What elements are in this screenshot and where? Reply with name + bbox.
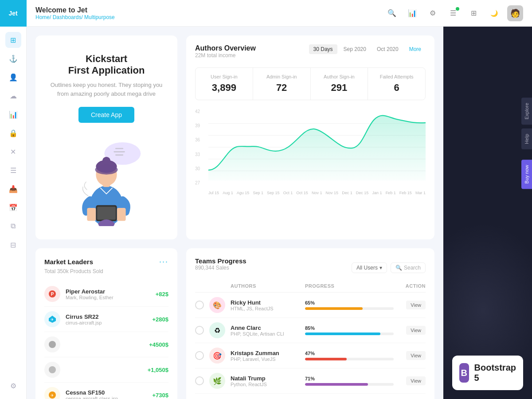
sidebar-item-user[interactable]: 👤 bbox=[5, 69, 21, 85]
teams-progress-card: Teams Progress 890,344 Sales All Users ▾… bbox=[186, 248, 434, 399]
anne-view-button[interactable]: View bbox=[406, 326, 426, 335]
period-tab-more[interactable]: More bbox=[405, 44, 426, 54]
svg-point-9 bbox=[95, 165, 118, 175]
search-box[interactable]: 🔍 Search bbox=[391, 262, 426, 273]
sidebar-item-settings[interactable]: ⚙ bbox=[5, 378, 21, 394]
ricky-avatar: 🎨 bbox=[209, 297, 225, 313]
anne-avatar: ♻ bbox=[209, 322, 225, 338]
market-item-3: +4500$ bbox=[44, 332, 168, 357]
natali-progress: 71% bbox=[305, 376, 394, 386]
ricky-info: Ricky Hunt HTML, JS, ReactJS bbox=[231, 299, 300, 311]
th-progress: Progress bbox=[305, 283, 394, 289]
natali-info: Natali Trump Python, ReactJS bbox=[231, 375, 300, 387]
kristaps-view-button[interactable]: View bbox=[406, 351, 426, 360]
stat-value-user: 3,899 bbox=[203, 82, 246, 94]
bottom-row: Market Leaders ··· Total 350k Products S… bbox=[35, 248, 434, 399]
buynow-tab[interactable]: Buy now bbox=[521, 160, 532, 189]
top-row: Kickstart First Application Outlines kee… bbox=[35, 35, 434, 239]
period-tab-30days[interactable]: 30 Days bbox=[309, 44, 337, 54]
kristaps-avatar: 🎯 bbox=[209, 348, 225, 364]
sidebar-item-anchor[interactable]: ⚓ bbox=[5, 51, 21, 66]
sidebar-item-calendar[interactable]: 📅 bbox=[5, 200, 21, 215]
svg-point-10 bbox=[102, 157, 110, 165]
teams-table-header: Authors Progress Action bbox=[195, 280, 426, 293]
anne-progress: 85% bbox=[305, 325, 394, 335]
kristaps-name: Kristaps Zumman bbox=[231, 350, 300, 356]
cessna-name: Cessna SF150 bbox=[66, 389, 147, 396]
cirrus-value: +280$ bbox=[152, 316, 168, 323]
header-actions: 🔍 📊 ⚙ ☰ ⊞ 🌙 🧑 bbox=[385, 5, 523, 21]
ricky-checkbox[interactable] bbox=[195, 301, 204, 309]
svg-text:✈: ✈ bbox=[51, 317, 54, 322]
stat-value-failed: 6 bbox=[375, 82, 418, 94]
right-panel: Explore Help Buy now B Bootstrap 5 bbox=[443, 27, 532, 399]
period-tabs: 30 Days Sep 2020 Oct 2020 More bbox=[309, 44, 426, 54]
cessna-info: Cessna SF150 cessna-aircraft-class.jsp bbox=[66, 389, 147, 399]
all-users-filter[interactable]: All Users ▾ bbox=[352, 262, 387, 273]
natali-view-button[interactable]: View bbox=[406, 376, 426, 385]
period-tab-oct[interactable]: Oct 2020 bbox=[372, 44, 403, 54]
chart-area: 42 39 36 33 30 27 bbox=[195, 107, 426, 196]
anne-name: Anne Clarc bbox=[231, 325, 300, 331]
page-title: Welcome to Jet bbox=[35, 6, 379, 14]
stat-admin-signin: Admin Sign-in 72 bbox=[253, 68, 311, 100]
kickstart-description: Outlines keep you honest. They stoping y… bbox=[44, 81, 168, 98]
stat-value-author: 291 bbox=[318, 82, 361, 94]
kristaps-checkbox[interactable] bbox=[195, 351, 204, 360]
sidebar-item-grid[interactable]: ⊞ bbox=[5, 32, 21, 48]
search-icon: 🔍 bbox=[395, 265, 402, 271]
sidebar-item-layers[interactable]: ⧉ bbox=[5, 218, 21, 234]
svg-text:P: P bbox=[51, 292, 54, 297]
cirrus-logo: ✈ bbox=[44, 311, 60, 327]
help-tab[interactable]: Help bbox=[521, 129, 532, 149]
create-app-button[interactable]: Create App bbox=[78, 107, 134, 123]
stat-label-failed: Failed Attempts bbox=[375, 74, 418, 79]
anne-action: View bbox=[399, 326, 426, 335]
dark-mode-icon[interactable]: 🌙 bbox=[487, 6, 501, 20]
settings-icon[interactable]: ⚙ bbox=[426, 6, 440, 20]
svg-rect-4 bbox=[115, 154, 123, 156]
ricky-view-button[interactable]: View bbox=[406, 301, 426, 309]
piper-info: Piper Aerostar Mark, Rowling, Esther bbox=[66, 288, 150, 300]
x-axis-labels: Jul 15 Aug 1 Agu 15 Sep 1 Sep 15 Oct 1 O… bbox=[195, 191, 426, 195]
analytics-icon[interactable]: 📊 bbox=[405, 6, 419, 20]
bootstrap-badge: B Bootstrap 5 bbox=[452, 356, 523, 390]
explore-tab[interactable]: Explore bbox=[521, 98, 532, 125]
teams-controls: All Users ▾ 🔍 Search bbox=[352, 262, 426, 273]
sidebar-item-menu[interactable]: ☰ bbox=[5, 162, 21, 178]
anne-tech: PHP, SQLite, Artisan CLI bbox=[231, 331, 300, 336]
stats-row: User Sign-in 3,899 Admin Sign-in 72 Auth… bbox=[195, 67, 426, 100]
natali-checkbox[interactable] bbox=[195, 376, 204, 385]
market-options-icon[interactable]: ··· bbox=[159, 257, 168, 266]
kristaps-progress-fill bbox=[305, 358, 347, 360]
sidebar-item-close[interactable]: ✕ bbox=[5, 144, 21, 160]
svg-point-25 bbox=[49, 341, 56, 348]
market-item-piper: P Piper Aerostar Mark, Rowling, Esther +… bbox=[44, 282, 168, 307]
team-row-anne: ♻ Anne Clarc PHP, SQLite, Artisan CLI 85… bbox=[195, 318, 426, 343]
anne-checkbox[interactable] bbox=[195, 326, 204, 335]
y-axis-labels: 42 39 36 33 30 27 bbox=[195, 107, 200, 187]
main-content: Kickstart First Application Outlines kee… bbox=[27, 27, 443, 399]
item3-value: +4500$ bbox=[149, 341, 168, 348]
sidebar-item-chart[interactable]: 📊 bbox=[5, 106, 21, 122]
period-tab-sep[interactable]: Sep 2020 bbox=[339, 44, 371, 54]
stat-failed-attempts: Failed Attempts 6 bbox=[368, 68, 425, 100]
cessna-logo: ✈ bbox=[44, 387, 60, 399]
search-icon[interactable]: 🔍 bbox=[385, 6, 399, 20]
avatar[interactable]: 🧑 bbox=[507, 5, 523, 21]
authors-card: Authors Overview 22M total income 30 Day… bbox=[186, 35, 434, 239]
sidebar-item-table[interactable]: ⊟ bbox=[5, 237, 21, 253]
cirrus-info: Cirrus SR22 cirrus-aircraft.jsp bbox=[66, 313, 147, 325]
notification-dot bbox=[456, 7, 459, 11]
filter-label: All Users bbox=[356, 265, 378, 271]
header-title-section: Welcome to Jet Home/ Dashboards/ Multipu… bbox=[35, 6, 379, 20]
cessna-value: +730$ bbox=[152, 392, 168, 399]
grid-view-icon[interactable]: ⊞ bbox=[466, 6, 481, 20]
sidebar-item-lock[interactable]: 🔒 bbox=[5, 125, 21, 141]
sidebar-item-inbox[interactable]: 📥 bbox=[5, 181, 21, 197]
piper-logo: P bbox=[44, 286, 60, 302]
kickstart-card: Kickstart First Application Outlines kee… bbox=[35, 35, 177, 239]
notifications-icon[interactable]: ☰ bbox=[446, 6, 460, 20]
app-logo[interactable]: Jet bbox=[0, 0, 27, 27]
sidebar-item-cloud[interactable]: ☁ bbox=[5, 88, 21, 104]
